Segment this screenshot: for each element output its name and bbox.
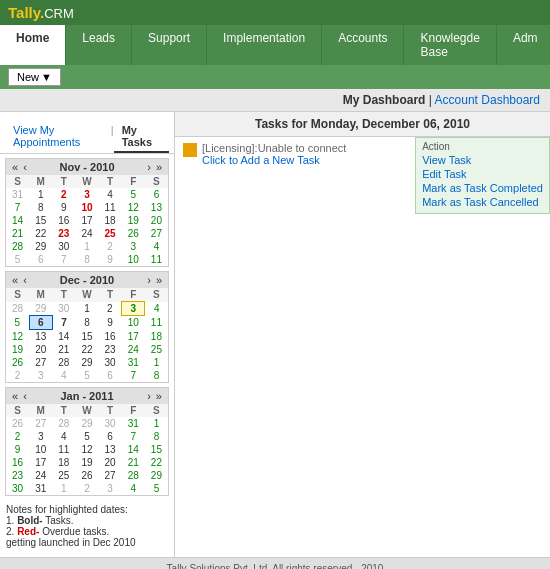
cal-day[interactable]: 29 (29, 302, 52, 316)
cal-day[interactable]: 15 (145, 443, 168, 456)
cal-day[interactable]: 8 (145, 369, 168, 382)
cal-day[interactable]: 7 (6, 201, 29, 214)
cal-day[interactable]: 22 (29, 227, 52, 240)
cal-day[interactable]: 12 (75, 443, 98, 456)
cal-day[interactable]: 5 (75, 369, 98, 382)
cal-next-next[interactable]: » (154, 161, 164, 173)
cal-day[interactable]: 5 (145, 482, 168, 495)
cal-day[interactable]: 11 (145, 316, 168, 330)
cal-day[interactable]: 6 (99, 430, 122, 443)
cal-day[interactable]: 17 (75, 214, 98, 227)
cal-day[interactable]: 1 (75, 302, 98, 316)
cal-day[interactable]: 10 (122, 316, 145, 330)
cal-day[interactable]: 30 (52, 302, 75, 316)
cal-day[interactable]: 26 (122, 227, 145, 240)
nav-knowledge[interactable]: Knowlegde Base (404, 25, 496, 65)
cal-day[interactable]: 25 (145, 343, 168, 356)
cal-day[interactable]: 19 (75, 456, 98, 469)
cal-jan-next-next[interactable]: » (154, 390, 164, 402)
cal-day[interactable]: 29 (75, 356, 98, 369)
cal-day[interactable]: 12 (122, 201, 145, 214)
cal-day[interactable]: 6 (29, 316, 52, 330)
action-mark-cancelled[interactable]: Mark as Task Cancelled (422, 196, 543, 208)
cal-day[interactable]: 14 (122, 443, 145, 456)
cal-day[interactable]: 5 (122, 188, 145, 201)
cal-day[interactable]: 18 (145, 330, 168, 344)
cal-day[interactable]: 9 (99, 316, 122, 330)
account-dashboard-link[interactable]: Account Dashboard (435, 93, 540, 107)
cal-day[interactable]: 4 (99, 188, 122, 201)
cal-day[interactable]: 3 (99, 482, 122, 495)
cal-day[interactable]: 14 (52, 330, 75, 344)
cal-day[interactable]: 8 (75, 253, 98, 266)
cal-day[interactable]: 4 (52, 369, 75, 382)
cal-day[interactable]: 4 (145, 240, 168, 253)
cal-day[interactable]: 24 (122, 343, 145, 356)
cal-jan-prev-prev[interactable]: « (10, 390, 20, 402)
cal-day[interactable]: 16 (99, 330, 122, 344)
cal-day[interactable]: 18 (52, 456, 75, 469)
cal-day[interactable]: 16 (52, 214, 75, 227)
cal-day[interactable]: 22 (75, 343, 98, 356)
cal-day[interactable]: 2 (75, 482, 98, 495)
cal-day[interactable]: 20 (145, 214, 168, 227)
cal-day[interactable]: 1 (29, 188, 52, 201)
cal-day[interactable]: 5 (6, 316, 29, 330)
cal-next[interactable]: › (145, 161, 153, 173)
cal-day[interactable]: 5 (6, 253, 29, 266)
cal-day[interactable]: 20 (99, 456, 122, 469)
cal-day[interactable]: 28 (52, 356, 75, 369)
cal-day[interactable]: 7 (122, 369, 145, 382)
nav-leads[interactable]: Leads (66, 25, 132, 65)
cal-day[interactable]: 9 (99, 253, 122, 266)
cal-day[interactable]: 21 (52, 343, 75, 356)
cal-day[interactable]: 1 (145, 417, 168, 430)
cal-day[interactable]: 3 (75, 188, 98, 201)
cal-prev-prev[interactable]: « (10, 161, 20, 173)
cal-day[interactable]: 23 (52, 227, 75, 240)
cal-dec-prev-prev[interactable]: « (10, 274, 20, 286)
cal-dec-next-next[interactable]: » (154, 274, 164, 286)
cal-day[interactable]: 24 (29, 469, 52, 482)
cal-dec-next[interactable]: › (145, 274, 153, 286)
cal-day[interactable]: 22 (145, 456, 168, 469)
cal-day[interactable]: 5 (75, 430, 98, 443)
cal-day[interactable]: 6 (29, 253, 52, 266)
nav-support[interactable]: Support (132, 25, 207, 65)
cal-day[interactable]: 28 (6, 240, 29, 253)
cal-day[interactable]: 2 (99, 302, 122, 316)
cal-day[interactable]: 27 (99, 469, 122, 482)
cal-day[interactable]: 3 (29, 430, 52, 443)
cal-day[interactable]: 2 (6, 430, 29, 443)
cal-day[interactable]: 27 (29, 356, 52, 369)
my-dashboard-link[interactable]: My Dashboard (343, 93, 426, 107)
cal-day[interactable]: 2 (99, 240, 122, 253)
cal-day[interactable]: 6 (99, 369, 122, 382)
cal-day[interactable]: 17 (122, 330, 145, 344)
cal-day[interactable]: 13 (145, 201, 168, 214)
cal-day[interactable]: 25 (99, 227, 122, 240)
cal-day[interactable]: 10 (29, 443, 52, 456)
cal-day[interactable]: 28 (6, 302, 29, 316)
cal-day[interactable]: 3 (29, 369, 52, 382)
cal-day[interactable]: 26 (75, 469, 98, 482)
cal-dec-prev[interactable]: ‹ (21, 274, 29, 286)
cal-day[interactable]: 1 (75, 240, 98, 253)
cal-day[interactable]: 8 (145, 430, 168, 443)
new-button[interactable]: New ▼ (8, 68, 61, 86)
cal-day[interactable]: 4 (52, 430, 75, 443)
cal-day[interactable]: 11 (52, 443, 75, 456)
cal-day[interactable]: 4 (145, 302, 168, 316)
cal-day[interactable]: 29 (29, 240, 52, 253)
cal-day[interactable]: 20 (29, 343, 52, 356)
cal-day[interactable]: 2 (6, 369, 29, 382)
cal-day[interactable]: 9 (52, 201, 75, 214)
cal-day[interactable]: 10 (75, 201, 98, 214)
nav-home[interactable]: Home (0, 25, 66, 65)
nav-adm[interactable]: Adm (497, 25, 550, 65)
cal-day[interactable]: 14 (6, 214, 29, 227)
cal-day[interactable]: 7 (52, 253, 75, 266)
cal-day[interactable]: 3 (122, 240, 145, 253)
cal-day[interactable]: 1 (52, 482, 75, 495)
cal-day[interactable]: 21 (6, 227, 29, 240)
